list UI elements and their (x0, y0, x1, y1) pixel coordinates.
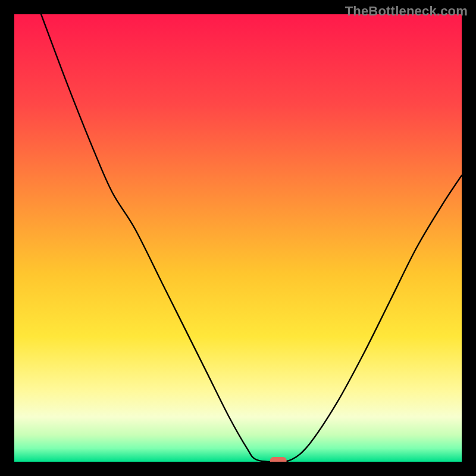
optimal-marker (270, 457, 287, 462)
chart-plot (14, 14, 462, 462)
chart-frame: TheBottleneck.com (0, 0, 476, 476)
watermark-text: TheBottleneck.com (345, 4, 468, 19)
chart-background (14, 14, 462, 462)
